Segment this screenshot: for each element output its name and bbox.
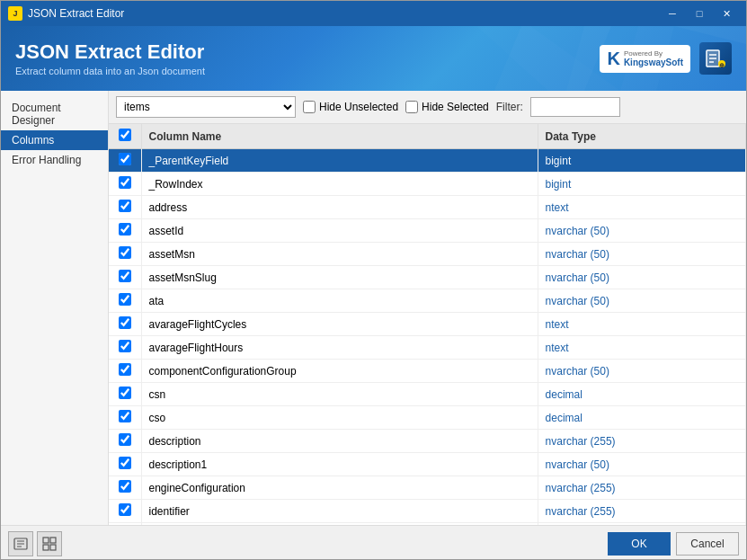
row-checkbox[interactable] [119, 270, 131, 282]
table-row[interactable]: description1nvarchar (50) [109, 453, 746, 476]
filter-input[interactable] [530, 97, 620, 117]
row-checkbox-cell[interactable] [109, 500, 141, 523]
footer-right: OK Cancel [608, 532, 739, 556]
row-checkbox-cell[interactable] [109, 313, 141, 336]
row-data-type: ntext [538, 196, 745, 219]
row-data-type: bigint [538, 149, 745, 173]
row-checkbox[interactable] [119, 480, 131, 493]
hide-unselected-checkbox-label[interactable]: Hide Unselected [303, 101, 398, 113]
table-row[interactable]: identifier1nvarchar (50) [109, 523, 746, 526]
row-checkbox[interactable] [119, 153, 131, 165]
header-title: JSON Extract Editor [15, 40, 205, 64]
table-header-row: Column Name Data Type [109, 124, 746, 149]
row-checkbox-cell[interactable] [109, 383, 141, 406]
table-row[interactable]: componentConfigurationGroupnvarchar (50) [109, 360, 746, 383]
row-data-type: nvarchar (255) [538, 476, 745, 500]
svg-rect-18 [50, 545, 56, 550]
hide-selected-checkbox[interactable] [405, 101, 418, 113]
table-container[interactable]: Column Name Data Type _ParentKeyFieldbig… [109, 124, 746, 525]
row-data-type: decimal [538, 406, 745, 430]
close-button[interactable]: ✕ [714, 4, 739, 22]
table-row[interactable]: identifiernvarchar (255) [109, 500, 746, 523]
row-data-type: nvarchar (50) [538, 289, 745, 313]
logo-text-area: Powered By KingswaySoft [624, 49, 683, 67]
title-bar-text: JSON Extract Editor [28, 7, 124, 20]
row-column-name: assetMsn [141, 243, 538, 266]
footer-icon-btn-2[interactable] [37, 531, 62, 556]
footer: OK Cancel [1, 525, 746, 560]
row-data-type: nvarchar (255) [538, 430, 745, 453]
row-checkbox-cell[interactable] [109, 289, 141, 313]
row-checkbox-cell[interactable] [109, 173, 141, 196]
maximize-button[interactable]: □ [687, 4, 712, 22]
sidebar-section-document-designer: Document Designer [1, 98, 108, 130]
row-column-name: _RowIndex [141, 173, 538, 196]
hide-selected-checkbox-label[interactable]: Hide Selected [405, 101, 489, 113]
footer-left [8, 531, 62, 556]
row-column-name: identifier1 [141, 523, 538, 526]
row-column-name: engineConfiguration [141, 476, 538, 500]
svg-rect-16 [50, 538, 56, 543]
row-checkbox-cell[interactable] [109, 336, 141, 360]
sidebar-item-error-handling[interactable]: Error Handling [1, 150, 108, 170]
row-checkbox[interactable] [119, 503, 131, 516]
table-row[interactable]: avarageFlightHoursntext [109, 336, 746, 360]
sidebar: Document Designer Columns Error Handling [1, 91, 109, 525]
path-dropdown[interactable]: items [116, 96, 296, 118]
table-row[interactable]: addressntext [109, 196, 746, 219]
row-checkbox[interactable] [119, 410, 131, 422]
table-row[interactable]: atanvarchar (50) [109, 289, 746, 313]
row-checkbox[interactable] [119, 433, 131, 446]
row-checkbox-cell[interactable] [109, 476, 141, 500]
row-checkbox[interactable] [119, 223, 131, 236]
row-column-name: assetMsnSlug [141, 266, 538, 289]
select-all-checkbox[interactable] [119, 129, 131, 141]
sidebar-item-columns[interactable]: Columns [1, 130, 108, 150]
row-checkbox-cell[interactable] [109, 430, 141, 453]
svg-marker-3 [674, 26, 746, 44]
row-checkbox-cell[interactable] [109, 406, 141, 430]
table-row[interactable]: engineConfigurationnvarchar (255) [109, 476, 746, 500]
table-row[interactable]: descriptionnvarchar (255) [109, 430, 746, 453]
row-checkbox-cell[interactable] [109, 523, 141, 526]
table-row[interactable]: assetIdnvarchar (50) [109, 219, 746, 243]
table-row[interactable]: assetMsnnvarchar (50) [109, 243, 746, 266]
row-checkbox-cell[interactable] [109, 266, 141, 289]
list-icon [13, 537, 28, 551]
cancel-button[interactable]: Cancel [676, 532, 739, 556]
row-checkbox[interactable] [119, 293, 131, 306]
table-row[interactable]: _RowIndexbigint [109, 173, 746, 196]
row-checkbox-cell[interactable] [109, 243, 141, 266]
row-checkbox-cell[interactable] [109, 453, 141, 476]
row-checkbox-cell[interactable] [109, 360, 141, 383]
row-checkbox[interactable] [119, 457, 131, 469]
table-row[interactable]: csodecimal [109, 406, 746, 430]
row-column-name: description [141, 430, 538, 453]
row-column-name: avarageFlightHours [141, 336, 538, 360]
content-area: items Hide Unselected Hide Selected Filt… [109, 91, 746, 525]
row-checkbox[interactable] [119, 200, 131, 212]
row-checkbox-cell[interactable] [109, 196, 141, 219]
table-row[interactable]: avarageFlightCyclesntext [109, 313, 746, 336]
row-checkbox[interactable] [119, 387, 131, 399]
row-column-name: assetId [141, 219, 538, 243]
table-row[interactable]: csndecimal [109, 383, 746, 406]
row-checkbox[interactable] [119, 340, 131, 352]
col-header-data-type: Data Type [538, 124, 745, 149]
header-badge: ⊕ [699, 42, 732, 75]
ok-button[interactable]: OK [608, 532, 671, 556]
row-data-type: nvarchar (255) [538, 500, 745, 523]
row-checkbox-cell[interactable] [109, 149, 141, 173]
table-row[interactable]: assetMsnSlugnvarchar (50) [109, 266, 746, 289]
row-checkbox[interactable] [119, 316, 131, 329]
row-checkbox[interactable] [119, 363, 131, 376]
row-data-type: nvarchar (50) [538, 360, 745, 383]
footer-icon-btn-1[interactable] [8, 531, 33, 556]
hide-unselected-checkbox[interactable] [303, 101, 316, 113]
row-checkbox[interactable] [119, 176, 131, 189]
minimize-button[interactable]: ─ [660, 4, 685, 22]
row-data-type: nvarchar (50) [538, 523, 745, 526]
row-checkbox-cell[interactable] [109, 219, 141, 243]
row-checkbox[interactable] [119, 246, 131, 259]
table-row[interactable]: _ParentKeyFieldbigint [109, 149, 746, 173]
